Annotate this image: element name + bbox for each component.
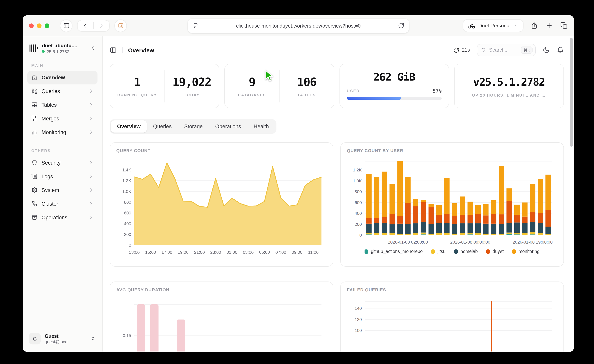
refresh-interval-button[interactable]: 21s bbox=[453, 47, 470, 53]
avg-query-duration-chart: 0.15 bbox=[116, 294, 327, 351]
svg-text:21:00: 21:00 bbox=[194, 250, 205, 255]
main-content: Overview 21s Search... ⌘K bbox=[103, 36, 574, 351]
sidebar-item-security[interactable]: Security bbox=[27, 156, 97, 169]
page-title: Overview bbox=[128, 47, 154, 53]
browser-sidebar-toggle-button[interactable] bbox=[60, 20, 72, 32]
legend-item-duyet: duyet bbox=[486, 249, 504, 254]
nav-divider bbox=[93, 22, 94, 29]
storage-progress-fill bbox=[347, 97, 401, 100]
sidebar-item-merges[interactable]: Merges bbox=[27, 112, 97, 125]
profile-switcher[interactable]: Duet Personal bbox=[463, 20, 523, 32]
storage-used-row: USED 57% bbox=[347, 88, 442, 94]
chart-title: QUERY COUNT bbox=[116, 148, 327, 153]
gear-icon bbox=[31, 187, 38, 193]
svg-text:03:00: 03:00 bbox=[243, 250, 254, 255]
legend-label: monitoring bbox=[519, 249, 539, 254]
dark-mode-toggle[interactable] bbox=[543, 46, 550, 53]
scrollbar[interactable] bbox=[570, 38, 573, 327]
app-sidebar-toggle-button[interactable] bbox=[110, 46, 117, 53]
panel-left-icon bbox=[63, 22, 69, 29]
svg-text:800: 800 bbox=[355, 189, 362, 194]
query-count-chart: 02004006008001.0K1.2K1.4K13:0015:0017:00… bbox=[116, 155, 327, 259]
svg-text:140: 140 bbox=[355, 306, 362, 311]
table-icon bbox=[31, 102, 38, 108]
reload-button[interactable] bbox=[398, 22, 404, 29]
sidebar-item-label: Tables bbox=[41, 102, 57, 108]
server-selector[interactable]: duet-ubuntu.... 25.5.1.2782 bbox=[27, 43, 97, 54]
back-button[interactable] bbox=[82, 22, 88, 29]
legend-item-homelab: homelab bbox=[454, 249, 478, 254]
refresh-icon bbox=[453, 47, 459, 53]
user-menu[interactable]: G Guest guest@local bbox=[27, 331, 97, 346]
stat-value: 19,022 bbox=[172, 75, 211, 89]
storage-percent: 57% bbox=[433, 88, 441, 94]
sidebar-item-monitoring[interactable]: Monitoring bbox=[27, 125, 97, 139]
svg-text:2026-01-08 19:00:00: 2026-01-08 19:00:00 bbox=[513, 240, 553, 245]
tab-queries[interactable]: Queries bbox=[147, 120, 178, 133]
sidebar-section-label: OTHERS bbox=[31, 148, 94, 153]
sidebar-item-label: Cluster bbox=[41, 201, 58, 207]
forward-button[interactable] bbox=[98, 22, 105, 29]
profile-label: Duet Personal bbox=[478, 23, 511, 29]
storage-progress-track bbox=[347, 97, 442, 100]
cluster-icon bbox=[31, 201, 38, 207]
logs-icon bbox=[31, 173, 38, 179]
sidebar-item-queries[interactable]: Queries bbox=[27, 84, 97, 98]
sidebar-item-tables[interactable]: Tables bbox=[27, 98, 97, 112]
chevron-right-icon bbox=[88, 102, 94, 108]
notifications-button[interactable] bbox=[557, 46, 564, 53]
legend-item-github_actions_monorepo: github_actions_monorepo bbox=[364, 249, 423, 254]
svg-text:0: 0 bbox=[359, 233, 362, 238]
home-icon bbox=[31, 74, 38, 81]
close-window-button[interactable] bbox=[29, 23, 34, 28]
sidebar-item-logs[interactable]: Logs bbox=[27, 169, 97, 183]
sidebar-item-cluster[interactable]: Cluster bbox=[27, 197, 97, 211]
share-button[interactable] bbox=[531, 22, 538, 29]
sidebar-nav: MAINOverviewQueriesTablesMergesMonitorin… bbox=[27, 54, 97, 224]
legend-item-jitsu: jitsu bbox=[431, 249, 446, 254]
chart-title: QUERY COUNT BY USER bbox=[347, 148, 557, 153]
query-count-by-user-chart: 02004006008001.0K1.2K2026-01-08 02:00:00… bbox=[347, 155, 557, 248]
svg-text:200: 200 bbox=[355, 222, 362, 227]
tab-health[interactable]: Health bbox=[247, 120, 275, 133]
search-input[interactable]: Search... ⌘K bbox=[477, 44, 536, 56]
app: duet-ubuntu.... 25.5.1.2782 MAINOverview… bbox=[23, 36, 574, 351]
stat-label: TODAY bbox=[184, 92, 200, 97]
page-settings-icon[interactable] bbox=[192, 22, 199, 29]
chart-card-failed-queries: FAILED QUERIES 100120140 bbox=[340, 281, 564, 351]
sidebar-item-operations[interactable]: Operations bbox=[27, 211, 97, 224]
svg-text:1.2K: 1.2K bbox=[353, 168, 362, 172]
chevron-right-icon bbox=[88, 116, 94, 121]
svg-text:1.0K: 1.0K bbox=[353, 178, 362, 183]
sidebar-item-overview[interactable]: Overview bbox=[27, 71, 97, 84]
search-placeholder: Search... bbox=[489, 47, 518, 53]
extension-button[interactable] bbox=[115, 20, 127, 32]
header-actions: 21s Search... ⌘K bbox=[453, 44, 564, 56]
tab-overview-button[interactable] bbox=[560, 22, 568, 29]
url-text[interactable]: clickhouse-monitor.duyet.workers.dev/ove… bbox=[199, 23, 398, 29]
address-bar[interactable]: clickhouse-monitor.duyet.workers.dev/ove… bbox=[188, 18, 409, 33]
sidebar-item-label: Logs bbox=[41, 173, 53, 179]
tab-operations[interactable]: Operations bbox=[209, 120, 247, 133]
share-icon bbox=[531, 22, 538, 29]
legend-chip bbox=[512, 249, 516, 254]
svg-text:09:00: 09:00 bbox=[292, 250, 303, 255]
minimize-window-button[interactable] bbox=[37, 23, 41, 28]
legend-chip bbox=[431, 249, 435, 254]
zoom-window-button[interactable] bbox=[45, 23, 49, 28]
stat-card-queries: 1 RUNNING QUERY 19,022 TODAY bbox=[110, 64, 219, 108]
new-tab-button[interactable] bbox=[546, 22, 553, 29]
tab-overview[interactable]: Overview bbox=[111, 120, 147, 133]
stat-running-query: 1 RUNNING QUERY bbox=[110, 70, 164, 103]
stat-databases: 9 DATABASES bbox=[225, 70, 279, 103]
svg-text:15:00: 15:00 bbox=[145, 250, 156, 255]
tab-storage[interactable]: Storage bbox=[178, 120, 209, 133]
storage-used-label: USED bbox=[347, 89, 360, 93]
svg-text:600: 600 bbox=[355, 200, 362, 205]
monitoring-icon bbox=[31, 129, 38, 135]
scrollbar-thumb[interactable] bbox=[570, 38, 573, 147]
server-status-dot bbox=[42, 50, 45, 53]
operations-icon bbox=[31, 214, 38, 221]
sidebar-item-system[interactable]: System bbox=[27, 183, 97, 197]
search-shortcut-badge: ⌘K bbox=[521, 46, 533, 53]
